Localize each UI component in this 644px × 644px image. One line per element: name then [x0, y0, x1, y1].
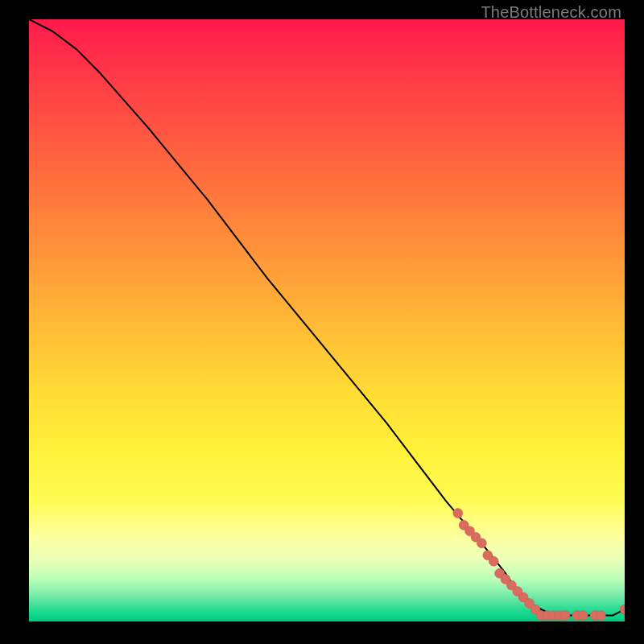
- chart-svg: [29, 19, 625, 621]
- chart-stage: TheBottleneck.com: [0, 0, 644, 644]
- marker-group: [453, 508, 625, 620]
- marker-dot: [596, 611, 605, 621]
- marker-dot: [489, 556, 498, 566]
- curve-line: [29, 19, 625, 616]
- marker-dot: [560, 611, 570, 621]
- marker-dot: [620, 605, 625, 614]
- marker-dot: [578, 611, 588, 621]
- marker-dot: [477, 539, 486, 548]
- plot-area: [29, 19, 625, 621]
- marker-dot: [453, 508, 463, 518]
